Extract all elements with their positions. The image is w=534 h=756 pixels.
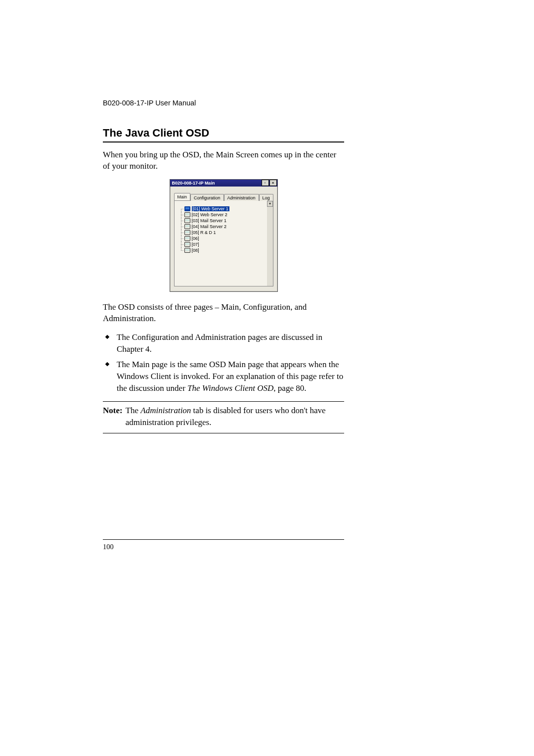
tab-configuration[interactable]: Configuration bbox=[190, 194, 224, 201]
tree-item[interactable]: [06] bbox=[179, 236, 264, 241]
tree-label: [07] bbox=[192, 242, 199, 247]
scroll-down-icon[interactable]: ▾ bbox=[267, 201, 273, 207]
port-icon bbox=[184, 248, 190, 253]
tree-label: [04] Mail Server 2 bbox=[192, 224, 227, 229]
tree-label: [01] Web Server 1 bbox=[192, 206, 229, 211]
bullet-text-b: , page 80. bbox=[273, 383, 306, 393]
tab-administration[interactable]: Administration bbox=[224, 194, 259, 201]
tab-main[interactable]: Main bbox=[174, 193, 191, 200]
port-icon bbox=[184, 230, 190, 235]
footer-rule bbox=[103, 539, 344, 540]
tree-label: [02] Web Server 2 bbox=[192, 212, 227, 217]
port-tree: [01] Web Server 1 [02] Web Server 2 [03]… bbox=[175, 201, 267, 286]
tree-item[interactable]: [03] Mail Server 1 bbox=[179, 218, 264, 224]
osd-tabstrip: Main Configuration Administration Log bbox=[174, 191, 273, 201]
bullet-item: The Configuration and Administration pag… bbox=[113, 331, 344, 355]
osd-titlebar: B020-008-17-IP Main ▫ × bbox=[170, 180, 277, 187]
title-rule bbox=[103, 142, 344, 142]
note-text-em: Administration bbox=[140, 406, 191, 415]
note-rule-bottom bbox=[103, 433, 344, 433]
osd-window: B020-008-17-IP Main ▫ × Main Configurati… bbox=[170, 179, 278, 292]
note-text-a: The bbox=[126, 406, 141, 415]
port-icon bbox=[184, 224, 190, 229]
intro-paragraph: When you bring up the OSD, the Main Scre… bbox=[103, 149, 344, 172]
tree-item[interactable]: [05] R & D 1 bbox=[179, 230, 264, 236]
note-rule-top bbox=[103, 401, 344, 402]
tab-log[interactable]: Log bbox=[259, 194, 273, 201]
bullet-item: The Main page is the same OSD Main page … bbox=[113, 359, 344, 394]
bullet-list: The Configuration and Administration pag… bbox=[103, 331, 344, 394]
scrollbar[interactable]: ▾ bbox=[267, 201, 273, 286]
note-block: Note: The Administration tab is disabled… bbox=[103, 405, 344, 428]
tree-label: [05] R & D 1 bbox=[192, 230, 216, 235]
tree-label: [06] bbox=[192, 236, 199, 241]
tree-item[interactable]: [04] Mail Server 2 bbox=[179, 224, 264, 230]
port-icon bbox=[184, 212, 190, 217]
page-header: B020-008-17-IP User Manual bbox=[103, 99, 344, 107]
close-icon[interactable]: × bbox=[269, 180, 277, 186]
minimize-icon[interactable]: ▫ bbox=[262, 180, 269, 186]
port-icon bbox=[184, 206, 190, 211]
osd-content: [01] Web Server 1 [02] Web Server 2 [03]… bbox=[174, 201, 273, 286]
tree-item[interactable]: [08] bbox=[179, 247, 264, 253]
bullet-text-em: The Windows Client OSD bbox=[187, 383, 273, 393]
port-icon bbox=[184, 236, 190, 241]
paragraph-after-figure: The OSD consists of three pages – Main, … bbox=[103, 302, 344, 325]
osd-window-title: B020-008-17-IP Main bbox=[172, 181, 215, 186]
tree-item[interactable]: [01] Web Server 1 bbox=[179, 206, 264, 212]
tree-item[interactable]: [02] Web Server 2 bbox=[179, 212, 264, 218]
port-icon bbox=[184, 242, 190, 247]
tree-label: [08] bbox=[192, 248, 199, 253]
port-icon bbox=[184, 218, 190, 223]
tree-item[interactable]: [07] bbox=[179, 241, 264, 247]
osd-figure: B020-008-17-IP Main ▫ × Main Configurati… bbox=[103, 179, 344, 292]
page-number: 100 bbox=[103, 543, 344, 551]
tree-label: [03] Mail Server 1 bbox=[192, 218, 227, 223]
note-label: Note: bbox=[103, 405, 126, 428]
section-title: The Java Client OSD bbox=[103, 127, 344, 140]
